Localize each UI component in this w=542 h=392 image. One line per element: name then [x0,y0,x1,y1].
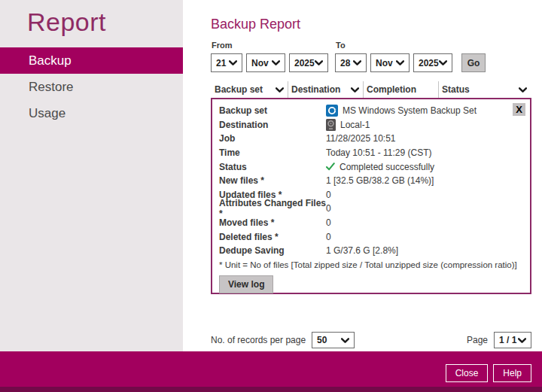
detail-row-dedupe-saving: Dedupe Saving1 G/37.6 G [2.8%] [219,244,523,258]
detail-value: Local-1 [340,120,370,130]
from-year-select[interactable]: 2025 [289,53,328,72]
chevron-down-icon [518,338,526,343]
from-month-select[interactable]: Nov [246,53,285,72]
detail-label: Deleted files * [219,232,326,242]
chevron-down-icon [396,60,404,65]
chevron-down-icon [276,87,284,93]
hard-disk-icon [326,119,336,131]
detail-value: 0 [326,203,331,214]
from-year-value: 2025 [294,58,315,68]
bottom-accent-strip [0,387,542,392]
column-filter-label: Destination [291,84,340,95]
detail-row-status: StatusCompleted successfully [219,160,523,174]
to-year-value: 2025 [419,58,439,68]
to-day-select[interactable]: 28 [335,53,367,72]
detail-value: 0 [326,232,331,242]
detail-label: New files * [219,175,326,186]
app-title: Report [27,8,183,37]
detail-label: Job [219,133,326,144]
page-select-group: Page 1 / 1 [467,332,531,348]
detail-value: 1 [32.5 GB/38.2 GB (14%)] [326,175,434,186]
to-label: To [336,41,346,50]
backup-report-detail-panel: X Backup setMS Windows System Backup Set… [211,98,531,294]
page-value: 1 / 1 [499,335,516,345]
from-day-value: 21 [216,58,226,68]
column-filter-status[interactable]: Status [439,81,531,98]
to-month-value: Nov [376,58,393,68]
column-filter-label: Status [442,84,470,95]
detail-value: 0 [326,190,331,200]
detail-row-moved-files: Moved files *0 [219,216,523,230]
detail-label: Dedupe Saving [219,245,326,256]
detail-value: 1 G/37.6 G [2.8%] [326,245,398,256]
sidebar-item-backup[interactable]: Backup [0,47,183,74]
detail-value: 0 [326,217,331,228]
to-day-value: 28 [340,58,350,68]
sidebar-item-usage[interactable]: Usage [0,100,183,126]
detail-label: Backup set [219,105,326,116]
records-per-page-group: No. of records per page 50 [211,332,355,348]
footer-bar: Close Help [0,351,542,387]
close-detail-button[interactable]: X [513,103,525,116]
detail-label: Time [219,147,326,158]
pagination-bar: No. of records per page 50 Page 1 / 1 [211,331,531,349]
detail-row-attributes-changed-files: Attributes Changed Files *0 [219,202,523,216]
detail-value: MS Windows System Backup Set [343,105,477,116]
detail-value: Today 10:51 - 11:29 (CST) [326,147,432,158]
go-button[interactable]: Go [461,53,486,72]
sidebar-item-restore[interactable]: Restore [0,74,183,100]
view-log-button[interactable]: View log [219,275,273,293]
chevron-down-icon [229,60,237,65]
detail-value: Completed successfully [340,162,434,172]
page-label: Page [467,335,488,345]
column-filter-row: Backup setDestinationCompletionStatus [212,81,531,98]
detail-label: Attributes Changed Files * [219,198,326,219]
sidebar-menu: BackupRestoreUsage [0,47,183,126]
detail-row-job: Job11/28/2025 10:51 [219,132,523,146]
detail-label: Destination [219,120,326,130]
detail-row-destination: DestinationLocal-1 [219,118,523,132]
check-icon [326,163,335,171]
records-per-page-value: 50 [317,335,327,345]
chevron-down-icon [351,87,359,93]
date-filter-row: 21 Nov 2025 28 Nov 2025 Go [211,53,486,72]
column-filter-backup-set[interactable]: Backup set [212,81,288,98]
chevron-down-icon [341,338,349,343]
help-button[interactable]: Help [493,364,531,382]
records-per-page-select[interactable]: 50 [312,332,355,348]
detail-rows: Backup setMS Windows System Backup SetDe… [219,104,523,258]
unit-footnote: * Unit = No of files [Total zipped size … [219,260,523,269]
from-month-value: Nov [251,58,269,68]
from-day-select[interactable]: 21 [211,53,242,72]
to-month-select[interactable]: Nov [370,53,410,72]
sidebar: Report BackupRestoreUsage [0,0,183,351]
detail-label: Moved files * [219,217,326,228]
detail-value: 11/28/2025 10:51 [326,133,396,144]
chevron-down-icon [315,60,323,65]
detail-row-deleted-files: Deleted files *0 [219,229,523,244]
page-select[interactable]: 1 / 1 [494,332,531,348]
column-filter-completion[interactable]: Completion [364,81,439,98]
detail-row-new-files: New files *1 [32.5 GB/38.2 GB (14%)] [219,174,523,188]
chevron-down-icon [519,87,527,93]
chevron-down-icon [439,60,447,65]
records-per-page-label: No. of records per page [211,335,306,345]
detail-row-time: TimeToday 10:51 - 11:29 (CST) [219,146,523,160]
detail-label: Status [219,162,326,172]
from-label: From [212,41,233,50]
screen: Report BackupRestoreUsage Backup Report … [0,0,542,392]
backup-set-icon [326,105,338,117]
detail-row-backup-set: Backup setMS Windows System Backup Set [219,104,523,118]
page-title: Backup Report [211,17,300,32]
column-filter-destination[interactable]: Destination [288,81,364,98]
column-filter-label: Completion [367,84,416,95]
chevron-down-icon [353,60,361,65]
close-button[interactable]: Close [446,364,489,382]
to-year-select[interactable]: 2025 [413,53,452,72]
chevron-down-icon [272,60,280,65]
column-filter-label: Backup set [215,84,263,95]
